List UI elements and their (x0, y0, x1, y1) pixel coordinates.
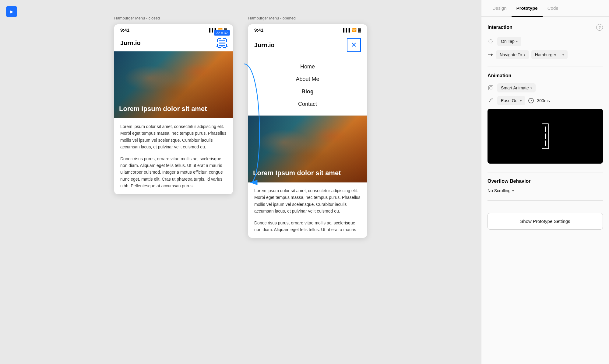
trigger-chevron: ▾ (516, 40, 518, 43)
menu-item-blog[interactable]: Blog (248, 85, 367, 98)
nav-bar-opened: Jurn.io ✕ (248, 36, 367, 56)
duration-value: 300ms (537, 98, 550, 103)
trigger-row: On Tap ▾ (488, 37, 603, 46)
mobile-frame-opened: 9:41 ▐▐▐ 🛜 ▓ Jurn.io ✕ Home About Me Blo… (248, 24, 367, 238)
handle-tl (216, 37, 218, 39)
anim-bar-1 (545, 127, 546, 132)
size-badge: 32 × 32 (214, 30, 230, 36)
interaction-title: Interaction (488, 25, 512, 30)
smart-animate-icon (488, 85, 494, 91)
body-para-2-opened: Donec risus purus, ornare vitae mollis a… (254, 220, 361, 233)
overflow-title: Overflow Behavior (488, 179, 603, 184)
anim-outer-box (542, 123, 549, 149)
handle-bl (216, 47, 218, 49)
frame-closed-label: Hamburger Menu - closed (114, 16, 160, 20)
hamburger-line-1 (219, 40, 225, 41)
overflow-dropdown[interactable]: No Scrolling ▾ (488, 188, 603, 193)
svg-point-1 (489, 40, 492, 43)
svg-rect-4 (489, 86, 493, 90)
wifi-icon-opened: 🛜 (352, 28, 357, 32)
interaction-section-header: Interaction ? (488, 24, 603, 31)
overflow-chevron: ▾ (512, 189, 514, 193)
right-panel: Design Prototype Code Interaction ? On T… (481, 0, 609, 364)
handle-tr (226, 37, 228, 39)
overflow-value: No Scrolling (488, 188, 510, 193)
body-text-closed: Lorem ipsum dolor sit amet, consectetur … (114, 118, 233, 194)
smart-animate-dropdown[interactable]: Smart Animate ▾ (497, 83, 536, 92)
divider-1 (488, 67, 603, 67)
ease-icon (488, 97, 494, 104)
frame-opened: Hamburger Menu - opened 9:41 ▐▐▐ 🛜 ▓ Jur… (248, 24, 367, 238)
close-button[interactable]: ✕ (347, 38, 361, 52)
hero-text-opened: Lorem Ipsum dolor sit amet (253, 169, 362, 178)
hero-text-closed: Lorem Ipsum dolor sit amet (119, 105, 228, 113)
ease-dropdown[interactable]: Ease Out ▾ (497, 96, 525, 105)
hero-image-opened: Lorem Ipsum dolor sit amet (248, 116, 367, 182)
overflow-section: Overflow Behavior No Scrolling ▾ (488, 179, 603, 193)
show-prototype-button[interactable]: Show Prototype Settings (488, 213, 603, 230)
brand-name-opened: Jurn.io (254, 42, 275, 49)
hamburger-line-2 (219, 43, 225, 43)
animation-preview (488, 109, 603, 164)
battery-icon-opened: ▓ (358, 28, 361, 32)
handle-bm (221, 47, 223, 49)
tab-prototype[interactable]: Prototype (512, 0, 543, 17)
frames-container: Hamburger Menu - closed 9:41 ▐▐▐ 🛜 ▓ Jur… (114, 24, 367, 238)
panel-tabs: Design Prototype Code (481, 0, 609, 17)
handle-br (226, 47, 228, 49)
time-closed: 9:41 (120, 27, 129, 33)
smart-animate-label: Smart Animate (501, 85, 529, 90)
tab-design[interactable]: Design (488, 0, 512, 17)
handle-ml (216, 42, 218, 44)
anim-bar-3 (545, 140, 546, 146)
frame-opened-label: Hamburger Menu - opened (248, 16, 296, 20)
brand-name-closed: Jurn.io (120, 40, 141, 47)
destination-chevron: ▾ (562, 53, 564, 57)
nav-bar-closed: Jurn.io (114, 36, 233, 51)
action-label: Navigate To (500, 52, 522, 57)
ease-label: Ease Out (501, 98, 519, 103)
signal-icon-opened: ▐▐▐ (342, 28, 350, 32)
smart-animate-row: Smart Animate ▾ (488, 83, 603, 92)
arrow-icon (488, 52, 494, 58)
svg-rect-5 (490, 87, 492, 89)
help-icon[interactable]: ? (596, 24, 603, 31)
ease-chevron: ▾ (520, 99, 522, 102)
handle-tm (221, 37, 223, 39)
svg-marker-3 (491, 54, 493, 56)
navigate-row: Navigate To ▾ Hamburger ... ▾ (488, 50, 603, 59)
ease-row: Ease Out ▾ 300ms (488, 96, 603, 105)
time-opened: 9:41 (254, 27, 263, 33)
body-text-opened: Lorem ipsum dolor sit amet, consectetur … (248, 182, 367, 238)
handle-mr (226, 42, 228, 44)
anim-bar-2 (545, 133, 546, 139)
menu-item-home[interactable]: Home (248, 61, 367, 73)
destination-dropdown[interactable]: Hamburger ... ▾ (531, 50, 568, 59)
body-para-1-closed: Lorem ipsum dolor sit amet, consectetur … (120, 123, 227, 151)
menu-item-contact[interactable]: Contact (248, 98, 367, 110)
mobile-frame-closed: 9:41 ▐▐▐ 🛜 ▓ Jurn.io (114, 24, 233, 194)
trigger-dropdown[interactable]: On Tap ▾ (497, 37, 521, 46)
menu-item-about[interactable]: About Me (248, 73, 367, 85)
smart-animate-chevron: ▾ (530, 86, 532, 90)
destination-label: Hamburger ... (535, 52, 561, 57)
status-icons-opened: ▐▐▐ 🛜 ▓ (342, 28, 361, 32)
animation-title: Animation (488, 73, 603, 78)
panel-content: Interaction ? On Tap ▾ (481, 17, 609, 364)
tap-icon (488, 38, 494, 44)
frame-closed: Hamburger Menu - closed 9:41 ▐▐▐ 🛜 ▓ Jur… (114, 24, 233, 238)
menu-nav: Home About Me Blog Contact (248, 56, 367, 116)
tab-code[interactable]: Code (543, 0, 563, 17)
hamburger-wrapper[interactable]: 32 × 32 (217, 38, 227, 48)
action-dropdown[interactable]: Navigate To ▾ (496, 50, 529, 59)
play-button[interactable] (6, 6, 17, 17)
hamburger-line-3 (219, 45, 225, 46)
timer-icon (528, 98, 534, 103)
divider-3 (488, 200, 603, 201)
body-para-2-closed: Donec risus purus, ornare vitae mollis a… (120, 155, 227, 189)
trigger-label: On Tap (501, 39, 515, 44)
action-chevron: ▾ (524, 53, 525, 57)
status-bar-opened: 9:41 ▐▐▐ 🛜 ▓ (248, 24, 367, 36)
divider-2 (488, 172, 603, 172)
body-para-1-opened: Lorem ipsum dolor sit amet, consectetur … (254, 187, 361, 215)
